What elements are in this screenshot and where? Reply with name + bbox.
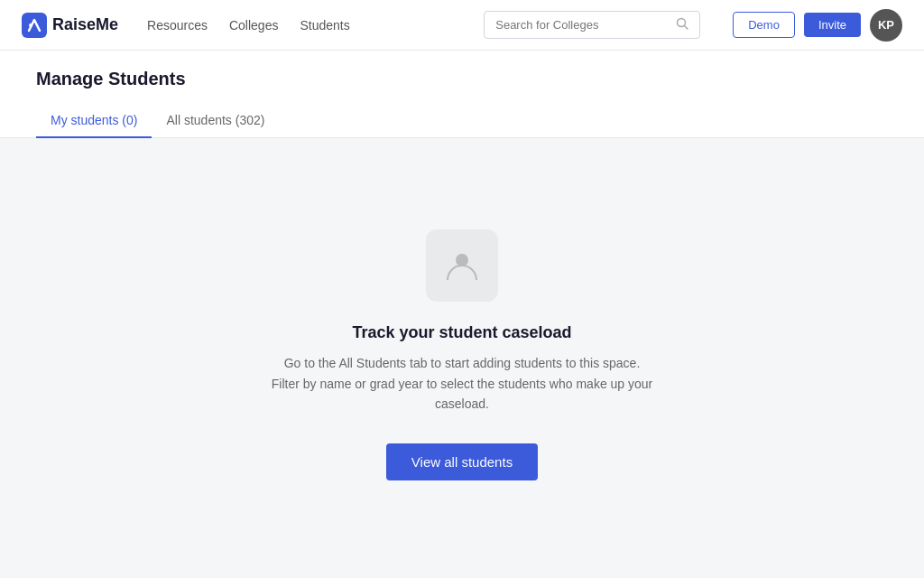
svg-line-3: [685, 26, 688, 30]
invite-button[interactable]: Invite: [804, 13, 861, 37]
page-header: Manage Students My students (0) All stud…: [0, 51, 924, 138]
demo-button[interactable]: Demo: [733, 12, 795, 38]
svg-rect-0: [22, 13, 47, 38]
tab-my-students[interactable]: My students (0): [36, 104, 152, 138]
tabs: My students (0) All students (302): [36, 104, 888, 137]
page-title: Manage Students: [36, 69, 888, 89]
tab-all-students[interactable]: All students (302): [152, 104, 279, 138]
svg-point-1: [29, 23, 32, 27]
logo-text: RaiseMe: [52, 15, 118, 34]
avatar[interactable]: KP: [870, 9, 902, 42]
main-content: Track your student caseload Go to the Al…: [0, 138, 924, 572]
empty-state-description: Go to the All Students tab to start addi…: [263, 353, 661, 414]
navbar: RaiseMe Resources Colleges Students Demo…: [0, 0, 924, 51]
logo[interactable]: RaiseMe: [22, 13, 118, 38]
nav-links: Resources Colleges Students: [147, 18, 462, 33]
search-input[interactable]: [495, 18, 669, 32]
nav-link-colleges[interactable]: Colleges: [229, 18, 278, 33]
empty-state-icon-container: [426, 229, 498, 302]
svg-point-4: [456, 254, 468, 266]
empty-state-title: Track your student caseload: [352, 323, 571, 342]
logo-icon: [22, 13, 47, 38]
search-icon: [676, 17, 688, 33]
nav-link-resources[interactable]: Resources: [147, 18, 208, 33]
view-all-students-button[interactable]: View all students: [386, 443, 538, 480]
nav-actions: Demo Invite KP: [733, 9, 902, 42]
search-bar: [484, 11, 700, 39]
person-icon: [442, 246, 482, 285]
nav-link-students[interactable]: Students: [300, 18, 349, 33]
